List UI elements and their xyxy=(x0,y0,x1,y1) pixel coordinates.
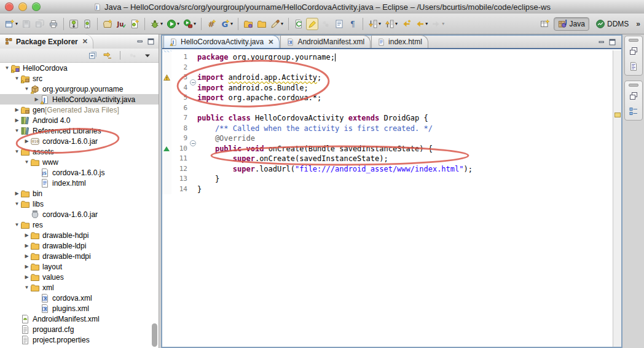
tree-expanded-arrow-icon[interactable]: ▼ xyxy=(4,65,10,71)
tree-item-hellocordovaactivity-java[interactable]: ▶JHelloCordovaActivity.java xyxy=(0,94,159,105)
run-button[interactable]: ▾ xyxy=(165,18,181,30)
minimize-editor-icon[interactable] xyxy=(598,38,606,46)
next-annotation-button[interactable]: ▾ xyxy=(367,18,382,30)
tree-expanded-arrow-icon[interactable]: ▼ xyxy=(14,149,20,154)
tree-item-index-html[interactable]: index.html xyxy=(0,178,159,188)
tree-collapsed-arrow-icon[interactable]: ▶ xyxy=(23,253,30,259)
restore-view-button[interactable] xyxy=(627,90,640,102)
tree-collapsed-arrow-icon[interactable]: ▶ xyxy=(33,97,40,102)
tree-item-android-4-0[interactable]: ▶Android 4.0 xyxy=(0,115,159,125)
maximize-editor-icon[interactable] xyxy=(608,38,616,46)
restore-view-button[interactable] xyxy=(627,45,640,57)
close-tab-icon[interactable]: ✕ xyxy=(268,38,273,46)
run-dropdown-icon[interactable]: ▾ xyxy=(177,21,179,26)
close-view-icon[interactable]: ✕ xyxy=(82,38,88,45)
debug-dropdown-icon[interactable]: ▾ xyxy=(160,21,163,26)
editor-tab-hellocordovaactivity-java[interactable]: JHelloCordovaActivity.java✕ xyxy=(163,35,280,48)
tree-collapsed-arrow-icon[interactable]: ▶ xyxy=(14,191,20,196)
line-number[interactable]: 7 xyxy=(171,113,189,124)
link-with-editor-button[interactable] xyxy=(101,49,114,61)
line-number[interactable]: 2 xyxy=(171,63,189,73)
new-android-xml-button[interactable] xyxy=(128,18,141,30)
last-edit-location-button[interactable] xyxy=(400,18,412,30)
back-dropdown-icon[interactable]: ▾ xyxy=(425,21,428,26)
tree-collapsed-arrow-icon[interactable]: ▶ xyxy=(23,264,30,269)
zoom-window-button[interactable] xyxy=(32,2,41,11)
tree-collapsed-arrow-icon[interactable]: ▶ xyxy=(23,232,30,238)
tree-item-cordova-1-6-0-jar[interactable]: cordova-1.6.0.jar xyxy=(0,209,159,219)
tree-item-project-properties[interactable]: project.properties xyxy=(0,334,159,345)
explorer-scrollbar-thumb[interactable] xyxy=(152,323,157,347)
line-number[interactable]: 13 xyxy=(171,174,189,184)
run-external-button[interactable]: ▾ xyxy=(182,18,197,30)
tree-item-cordova-xml[interactable]: Xcordova.xml xyxy=(0,293,159,303)
code-line-7[interactable]: 7public class HelloCordovaActivity exten… xyxy=(162,113,613,124)
title-bar[interactable]: j Java – HelloCordova/src/org/yourgroup/… xyxy=(0,0,644,14)
line-number[interactable]: 4 xyxy=(171,83,189,93)
line-number[interactable]: 11 xyxy=(171,154,189,164)
tree-item-plugins-xml[interactable]: Xplugins.xml xyxy=(0,303,159,314)
collapse-all-button[interactable] xyxy=(87,49,99,61)
tree-expanded-arrow-icon[interactable]: ▼ xyxy=(14,128,20,133)
new-visual-grid-button[interactable]: # xyxy=(205,18,218,30)
maximize-view-icon[interactable] xyxy=(147,38,155,45)
perspective-overflow-chevron[interactable]: » xyxy=(636,20,640,28)
show-whitespace-button[interactable]: ¶ xyxy=(347,18,359,30)
tree-item-drawable-ldpi[interactable]: ▶drawable-ldpi xyxy=(0,240,159,251)
tree-item-cordova-1-6-0-jar[interactable]: ▶010cordova-1.6.0.jar xyxy=(0,136,159,146)
tree-item-org-yourgroup-yourname[interactable]: ▼org.yourgroup.yourname xyxy=(0,84,159,94)
tree-expanded-arrow-icon[interactable]: ▼ xyxy=(23,159,30,165)
tree-item-proguard-cfg[interactable]: proguard.cfg xyxy=(0,324,159,334)
tree-item-gen[interactable]: ▶gen [Generated Java Files] xyxy=(0,105,159,115)
page-sync-button[interactable] xyxy=(293,18,305,30)
google-services-button[interactable]: G▾ xyxy=(219,18,234,30)
code-line-12[interactable]: 12 super.loadUrl("file:///android_asset/… xyxy=(162,164,613,175)
open-resource-button[interactable] xyxy=(256,18,268,30)
tree-item-cordova-1-6-0-js[interactable]: JScordova-1.6.0.js xyxy=(0,167,159,178)
tree-item-values[interactable]: ▶values xyxy=(0,272,159,282)
line-number[interactable]: 5 xyxy=(171,93,189,103)
stack-handle[interactable] xyxy=(629,39,638,42)
tree-item-drawable-mdpi[interactable]: ▶drawable-mdpi xyxy=(0,251,159,261)
code-line-4[interactable]: 4import android.os.Bundle; xyxy=(162,83,613,93)
annotate-brush-dropdown-icon[interactable]: ▾ xyxy=(281,21,283,26)
tree-collapsed-arrow-icon[interactable]: ▶ xyxy=(14,107,20,113)
code-line-2[interactable]: 2 xyxy=(162,63,613,73)
minimize-view-icon[interactable] xyxy=(136,38,144,45)
code-line-10[interactable]: 10 public void onCreate(Bundle savedInst… xyxy=(162,144,613,154)
new-java-project-button[interactable] xyxy=(101,18,114,30)
back-button[interactable]: ▾ xyxy=(414,18,429,30)
open-type-button[interactable] xyxy=(242,18,254,30)
editor-tab-androidmanifest-xml[interactable]: XAndroidManifest.xml xyxy=(280,35,371,48)
tree-expanded-arrow-icon[interactable]: ▼ xyxy=(23,285,30,290)
editor-tab-index-html[interactable]: index.html xyxy=(371,35,428,48)
highlighter-button[interactable] xyxy=(306,18,318,30)
tree-item-layout[interactable]: ▶layout xyxy=(0,261,159,272)
warning-overview-marker[interactable] xyxy=(615,113,621,117)
line-number[interactable]: 1 xyxy=(171,52,189,63)
tree-item-www[interactable]: ▼www xyxy=(0,157,159,167)
tree-item-libs[interactable]: ▼libs xyxy=(0,199,159,209)
line-number[interactable]: 12 xyxy=(171,164,189,175)
google-services-dropdown-icon[interactable]: ▾ xyxy=(230,21,233,26)
code-line-8[interactable]: 8 /** Called when the activity is first … xyxy=(162,124,613,134)
tree-expanded-arrow-icon[interactable]: ▼ xyxy=(14,76,20,81)
tree-item-src[interactable]: ▼src xyxy=(0,73,159,84)
minimize-window-button[interactable] xyxy=(18,2,27,11)
line-number[interactable]: 6 xyxy=(171,103,189,114)
outline-view-button[interactable] xyxy=(627,60,640,73)
tree-item-xml[interactable]: ▼xml xyxy=(0,282,159,293)
tree-collapsed-arrow-icon[interactable]: ▶ xyxy=(23,274,30,280)
perspective-java[interactable]: JJava xyxy=(554,17,589,31)
tasklist-view-button[interactable] xyxy=(627,105,640,117)
code-line-9[interactable]: 9 @Override xyxy=(162,133,613,144)
print-button[interactable] xyxy=(47,18,60,30)
android-sdk-manager-button[interactable] xyxy=(68,18,80,30)
code-line-11[interactable]: 11 super.onCreate(savedInstanceState); xyxy=(162,154,613,164)
tree-expanded-arrow-icon[interactable]: ▼ xyxy=(14,201,20,207)
tree-item-assets[interactable]: ▼assets xyxy=(0,146,159,157)
stack-handle[interactable] xyxy=(629,84,638,87)
tree-item-hellocordova[interactable]: ▼HelloCordova xyxy=(0,63,159,73)
open-perspective-button[interactable] xyxy=(539,18,551,30)
tree-collapsed-arrow-icon[interactable]: ▶ xyxy=(23,243,30,248)
